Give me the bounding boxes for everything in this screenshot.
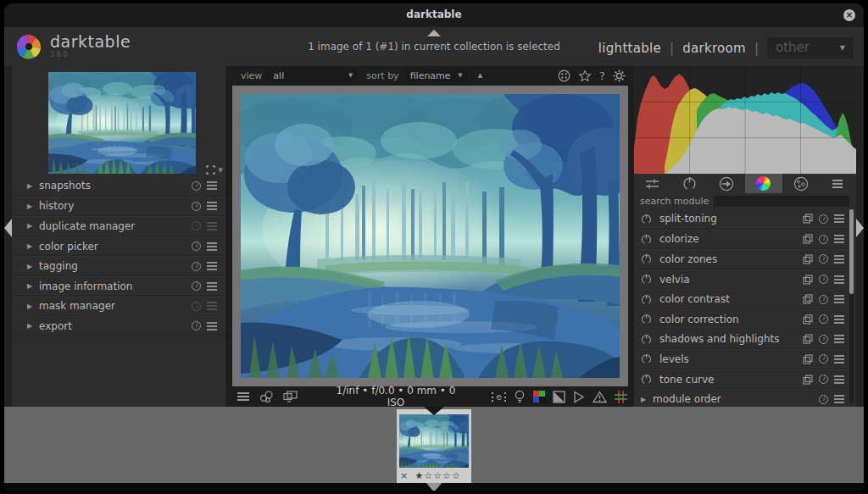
gamut-check-icon[interactable] bbox=[533, 391, 545, 402]
warning-icon[interactable] bbox=[593, 391, 607, 403]
power-icon[interactable] bbox=[641, 334, 652, 345]
presets-icon[interactable] bbox=[207, 202, 217, 210]
expander-icon[interactable]: ▶ bbox=[27, 282, 39, 290]
reset-icon[interactable] bbox=[192, 281, 201, 291]
star-filled-icon[interactable]: ★ bbox=[415, 470, 424, 481]
filmstrip-collapse-icon[interactable] bbox=[424, 407, 444, 415]
reset-icon[interactable] bbox=[819, 314, 828, 324]
sidebar-item-tagging[interactable]: ▶ tagging bbox=[12, 256, 225, 276]
module-split-toning[interactable]: split-toning bbox=[634, 209, 849, 230]
navigation-thumbnail[interactable] bbox=[48, 72, 196, 174]
multi-instance-icon[interactable] bbox=[803, 275, 813, 285]
histogram[interactable] bbox=[634, 66, 856, 174]
zoom-dropdown-icon[interactable]: ▼ bbox=[219, 167, 223, 174]
right-panel-scrollbar[interactable] bbox=[849, 209, 854, 403]
expander-icon[interactable]: ▶ bbox=[641, 396, 653, 403]
presets-icon[interactable] bbox=[207, 262, 217, 270]
softproof-icon[interactable]: e bbox=[492, 392, 506, 402]
multi-instance-icon[interactable] bbox=[803, 375, 813, 385]
reset-icon[interactable] bbox=[819, 295, 828, 304]
presets-icon[interactable] bbox=[834, 335, 844, 343]
power-icon[interactable] bbox=[641, 353, 652, 364]
tab-basic-group[interactable] bbox=[708, 174, 745, 193]
presets-icon[interactable] bbox=[834, 235, 844, 243]
presets-icon[interactable] bbox=[207, 282, 217, 291]
image-stage[interactable] bbox=[225, 85, 634, 386]
power-icon[interactable] bbox=[641, 274, 652, 285]
filmstrip[interactable]: × ★☆☆☆☆ bbox=[4, 407, 864, 483]
module-velvia[interactable]: velvia bbox=[634, 269, 849, 290]
guides-overlays-icon[interactable] bbox=[259, 390, 274, 403]
star-rating[interactable]: ★☆☆☆☆ bbox=[408, 470, 468, 481]
presets-icon[interactable] bbox=[207, 242, 217, 251]
power-icon[interactable] bbox=[641, 234, 652, 245]
filmstrip-thumbnail[interactable]: × ★☆☆☆☆ bbox=[397, 409, 471, 483]
tab-effects-group[interactable] bbox=[782, 174, 820, 193]
expander-icon[interactable]: ▶ bbox=[27, 203, 39, 210]
view-filter-select[interactable]: all ▼ bbox=[268, 69, 358, 82]
reset-icon[interactable] bbox=[819, 375, 828, 384]
module-color-contrast[interactable]: color contrast bbox=[634, 289, 849, 309]
presets-icon[interactable] bbox=[834, 315, 844, 324]
presets-icon[interactable] bbox=[834, 214, 844, 223]
view-darkroom[interactable]: darkroom bbox=[682, 41, 746, 56]
color-label-filter-icon[interactable] bbox=[558, 69, 570, 82]
module-color-zones[interactable]: color zones bbox=[634, 249, 849, 269]
star-empty-icon[interactable]: ☆ bbox=[424, 470, 433, 481]
tab-presets-menu[interactable] bbox=[819, 174, 856, 193]
close-icon[interactable]: × bbox=[843, 9, 855, 21]
reset-icon[interactable] bbox=[819, 275, 828, 284]
view-lighttable[interactable]: lighttable bbox=[598, 41, 661, 56]
collapse-right-panel-icon[interactable] bbox=[856, 219, 864, 237]
reset-icon[interactable] bbox=[819, 395, 828, 404]
presets-icon[interactable] bbox=[834, 295, 844, 303]
reset-icon[interactable] bbox=[819, 235, 828, 244]
power-icon[interactable] bbox=[641, 374, 652, 385]
bottom-panel-collapse-icon[interactable] bbox=[426, 483, 442, 491]
presets-icon[interactable] bbox=[834, 275, 844, 284]
right-border-strip[interactable] bbox=[856, 66, 864, 407]
reset-icon[interactable] bbox=[819, 335, 828, 344]
multi-instance-icon[interactable] bbox=[803, 314, 813, 325]
bottom-presets-icon[interactable] bbox=[237, 392, 249, 401]
sidebar-item-snapshots[interactable]: ▶ snapshots bbox=[12, 176, 225, 197]
multi-instance-icon[interactable] bbox=[803, 234, 813, 244]
sidebar-item-export[interactable]: ▶ export bbox=[12, 316, 225, 336]
module-shadows-and-highlights[interactable]: shadows and highlights bbox=[634, 330, 849, 350]
power-icon[interactable] bbox=[641, 294, 652, 305]
star-empty-icon[interactable]: ☆ bbox=[442, 470, 452, 481]
multi-instance-icon[interactable] bbox=[803, 294, 813, 304]
presets-icon[interactable] bbox=[834, 355, 844, 364]
reset-icon[interactable] bbox=[192, 262, 201, 271]
titlebar[interactable]: darktable × bbox=[4, 3, 864, 27]
expander-icon[interactable]: ▶ bbox=[27, 322, 39, 330]
help-icon[interactable]: ? bbox=[599, 70, 605, 81]
presets-icon[interactable] bbox=[834, 395, 844, 403]
gear-icon[interactable] bbox=[613, 69, 626, 82]
presets-icon[interactable] bbox=[207, 181, 217, 190]
scrollbar-thumb[interactable] bbox=[849, 209, 854, 294]
sidebar-item-color-picker[interactable]: ▶ color picker bbox=[12, 236, 225, 257]
tab-favorites[interactable] bbox=[671, 174, 709, 193]
expander-icon[interactable]: ▶ bbox=[27, 182, 39, 190]
multi-instance-icon[interactable] bbox=[803, 334, 813, 344]
search-module-input[interactable] bbox=[714, 196, 849, 207]
reset-icon[interactable] bbox=[192, 241, 201, 251]
tab-active-modules[interactable] bbox=[634, 174, 671, 193]
reject-icon[interactable]: × bbox=[400, 470, 408, 481]
reset-icon[interactable] bbox=[819, 214, 828, 224]
view-other-dropdown[interactable]: other ▼ bbox=[767, 37, 854, 58]
multi-instance-icon[interactable] bbox=[803, 214, 813, 224]
left-border-strip[interactable] bbox=[4, 66, 12, 407]
sidebar-item-duplicate-manager[interactable]: ▶ duplicate manager bbox=[12, 216, 225, 236]
star-rating-filter-icon[interactable] bbox=[578, 69, 592, 82]
presets-icon[interactable] bbox=[834, 375, 844, 384]
sort-by-select[interactable]: filename ▼ bbox=[405, 69, 468, 82]
module-tone-curve[interactable]: tone curve bbox=[634, 369, 849, 390]
main-image[interactable] bbox=[232, 86, 628, 386]
star-empty-icon[interactable]: ☆ bbox=[452, 470, 461, 481]
sidebar-item-history[interactable]: ▶ history bbox=[12, 197, 225, 217]
power-icon[interactable] bbox=[641, 214, 652, 225]
module-colorize[interactable]: colorize bbox=[634, 230, 849, 250]
top-panel-collapse-icon[interactable] bbox=[427, 30, 441, 36]
